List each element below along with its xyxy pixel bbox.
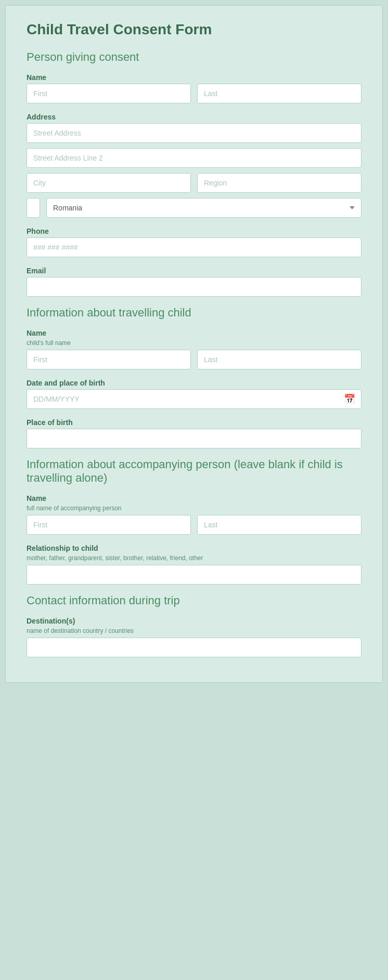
section-child: Information about travelling child Name … — [27, 306, 361, 448]
child-name-group: Name child's full name — [27, 329, 361, 369]
city-region-row — [27, 173, 361, 193]
child-name-sublabel: child's full name — [27, 339, 361, 347]
companion-last-name[interactable] — [197, 515, 361, 535]
companion-relationship-input[interactable] — [27, 565, 361, 585]
companion-name-label: Name — [27, 494, 361, 502]
companion-first-name[interactable] — [27, 515, 191, 535]
child-dob-wrapper: 📅 — [27, 389, 361, 409]
contact-destination-group: Destination(s) name of destination count… — [27, 617, 361, 657]
consent-giver-phone-group: Phone — [27, 227, 361, 257]
form-container: Child Travel Consent Form Person giving … — [5, 5, 383, 683]
child-first-name[interactable] — [27, 350, 191, 369]
consent-giver-phone[interactable] — [27, 237, 361, 257]
page-title: Child Travel Consent Form — [27, 21, 361, 38]
section-consent-giver-title: Person giving consent — [27, 50, 361, 64]
companion-relationship-sublabel: mother, father, grandparent, sister, bro… — [27, 554, 361, 562]
consent-giver-street2[interactable] — [27, 148, 361, 168]
consent-giver-postal[interactable] — [27, 198, 40, 218]
section-contact-title: Contact information during trip — [27, 594, 361, 607]
contact-destination-label: Destination(s) — [27, 617, 361, 625]
consent-giver-email-group: Email — [27, 267, 361, 297]
consent-giver-country[interactable]: Romania — [46, 198, 361, 218]
consent-giver-address-label: Address — [27, 113, 361, 121]
companion-relationship-label: Relationship to child — [27, 544, 361, 552]
child-pob-group: Place of birth — [27, 418, 361, 448]
consent-giver-street[interactable] — [27, 123, 361, 143]
section-contact: Contact information during trip Destinat… — [27, 594, 361, 657]
consent-giver-city[interactable] — [27, 173, 191, 193]
consent-giver-address-group: Address Romania — [27, 113, 361, 218]
child-dob-label: Date and place of birth — [27, 379, 361, 387]
consent-giver-first-name[interactable] — [27, 84, 191, 103]
child-name-row — [27, 350, 361, 369]
consent-giver-phone-label: Phone — [27, 227, 361, 235]
consent-giver-name-group: Name — [27, 73, 361, 103]
child-pob-label: Place of birth — [27, 418, 361, 427]
consent-giver-name-label: Name — [27, 73, 361, 82]
child-last-name[interactable] — [197, 350, 361, 369]
postal-country-row: Romania — [27, 198, 361, 218]
companion-relationship-group: Relationship to child mother, father, gr… — [27, 544, 361, 585]
contact-destination-input[interactable] — [27, 638, 361, 657]
consent-giver-email[interactable] — [27, 277, 361, 297]
child-dob-group: Date and place of birth 📅 — [27, 379, 361, 409]
companion-name-sublabel: full name of accompanying person — [27, 505, 361, 512]
companion-name-group: Name full name of accompanying person — [27, 494, 361, 535]
section-child-title: Information about travelling child — [27, 306, 361, 320]
consent-giver-name-row — [27, 84, 361, 103]
section-companion-title: Information about accompanying person (l… — [27, 458, 361, 485]
consent-giver-last-name[interactable] — [197, 84, 361, 103]
section-companion: Information about accompanying person (l… — [27, 458, 361, 585]
child-name-label: Name — [27, 329, 361, 337]
consent-giver-region[interactable] — [197, 173, 361, 193]
child-pob-input[interactable] — [27, 429, 361, 448]
companion-name-row — [27, 515, 361, 535]
child-dob-input[interactable] — [27, 389, 361, 409]
section-consent-giver: Person giving consent Name Address Roman… — [27, 50, 361, 297]
consent-giver-email-label: Email — [27, 267, 361, 275]
contact-destination-sublabel: name of destination country / countries — [27, 627, 361, 634]
